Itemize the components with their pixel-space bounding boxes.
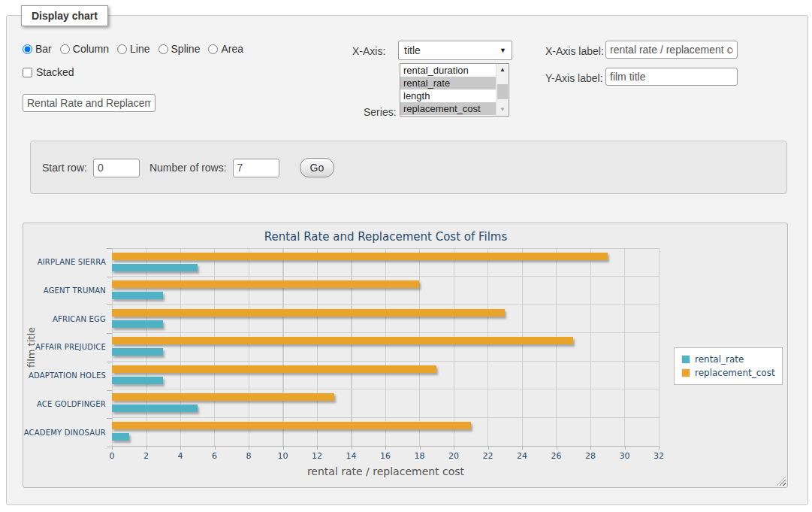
- x-tick-mark: [659, 447, 660, 450]
- chart-type-option-spline[interactable]: Spline: [158, 43, 201, 55]
- scroll-up-icon[interactable]: ▲: [497, 64, 509, 76]
- number-of-rows-input[interactable]: [233, 159, 279, 177]
- radio-spline[interactable]: [158, 44, 168, 54]
- stacked-row: Stacked: [23, 66, 74, 78]
- x-tick-label: 10: [268, 451, 298, 461]
- x-tick-mark: [112, 447, 113, 450]
- legend-item-replacement_cost[interactable]: replacement_cost: [681, 366, 775, 380]
- legend-label-replacement_cost: replacement_cost: [695, 368, 775, 378]
- x-tick-mark: [420, 447, 421, 450]
- rental_rate-bar: [112, 377, 163, 384]
- go-button[interactable]: Go: [300, 158, 335, 177]
- x-tick-mark: [522, 447, 523, 450]
- legend-label-rental_rate: rental_rate: [695, 354, 744, 365]
- stacked-label: Stacked: [36, 66, 74, 78]
- scrollbar-thumb[interactable]: [497, 84, 508, 99]
- x-axis-title: rental rate / replacement cost: [112, 465, 660, 477]
- chart-title: Rental Rate and Replacement Cost of Film…: [112, 230, 660, 244]
- category-row: [112, 305, 660, 333]
- y-axis-label-input[interactable]: [605, 68, 738, 86]
- y-tick-mark: [107, 418, 112, 419]
- legend-item-rental_rate[interactable]: rental_rate: [681, 353, 775, 366]
- radio-label-column: Column: [73, 43, 109, 55]
- x-tick-label: 22: [473, 451, 503, 461]
- x-tick-label: 14: [337, 451, 367, 461]
- chart-type-radio-group: BarColumnLineSplineArea: [23, 43, 252, 55]
- dropdown-arrow-icon: ▼: [500, 47, 506, 54]
- y-axis-title: film title: [26, 327, 37, 368]
- y-tick-mark: [107, 248, 112, 249]
- rental_rate-bar: [112, 433, 129, 441]
- chart-type-option-bar[interactable]: Bar: [23, 43, 52, 55]
- series-option-length[interactable]: length: [400, 89, 509, 102]
- legend-swatch-replacement_cost: [681, 368, 690, 377]
- category-label: ACADEMY DINOSAUR: [23, 418, 106, 447]
- x-axis-select[interactable]: title ▼: [398, 41, 512, 60]
- x-tick-mark: [385, 447, 386, 450]
- series-scrollbar[interactable]: ▲ ▼: [496, 64, 509, 116]
- radio-line[interactable]: [117, 44, 127, 54]
- x-tick-label: 30: [610, 451, 640, 461]
- x-axis-caption: X-Axis:: [352, 45, 385, 57]
- replacement_cost-bar: [112, 253, 608, 260]
- chart-title-input[interactable]: [23, 94, 155, 112]
- x-tick-mark: [590, 447, 591, 450]
- series-listbox[interactable]: rental_durationrental_ratelengthreplacem…: [400, 63, 509, 117]
- start-row-input[interactable]: [93, 159, 140, 177]
- category-row: [112, 418, 660, 446]
- series-caption: Series:: [364, 106, 397, 118]
- number-of-rows-label: Number of rows:: [149, 162, 227, 174]
- x-tick-mark: [352, 447, 352, 450]
- radio-column[interactable]: [60, 44, 70, 54]
- y-tick-mark: [107, 390, 112, 391]
- rental_rate-bar: [112, 264, 198, 271]
- chart-type-option-column[interactable]: Column: [60, 43, 109, 55]
- x-tick-label: 20: [439, 451, 469, 461]
- y-tick-mark: [107, 447, 112, 447]
- replacement_cost-bar: [112, 365, 436, 373]
- radio-label-bar: Bar: [35, 43, 52, 55]
- x-tick-label: 2: [131, 451, 161, 461]
- x-tick-label: 18: [405, 451, 435, 461]
- x-axis-label-input[interactable]: [605, 41, 738, 59]
- radio-bar[interactable]: [23, 44, 32, 54]
- chart-legend: rental_ratereplacement_cost: [674, 347, 783, 385]
- x-tick-mark: [215, 447, 216, 450]
- rental_rate-bar: [112, 404, 198, 412]
- y-axis-ticks: [107, 248, 112, 447]
- x-tick-label: 4: [165, 451, 195, 461]
- chart-type-option-area[interactable]: Area: [208, 43, 243, 55]
- x-tick-label: 8: [234, 451, 264, 461]
- rental_rate-bar: [112, 320, 163, 328]
- y-tick-mark: [107, 333, 112, 334]
- series-option-rental_duration[interactable]: rental_duration: [400, 64, 509, 77]
- stacked-checkbox[interactable]: [23, 68, 32, 77]
- category-label: ACE GOLDFINGER: [23, 390, 106, 419]
- x-tick-mark: [557, 447, 557, 450]
- series-option-rental_rate[interactable]: rental_rate: [400, 77, 509, 89]
- x-tick-label: 12: [302, 451, 332, 461]
- row-range-controls: Start row: Number of rows: Go: [42, 158, 334, 177]
- category-row: [112, 389, 660, 417]
- rental_rate-bar: [112, 348, 163, 356]
- start-row-label: Start row:: [42, 162, 87, 174]
- y-tick-mark: [107, 277, 112, 277]
- category-label: AIRPLANE SIERRA: [23, 248, 106, 277]
- row-range-panel: Start row: Number of rows: Go: [30, 141, 787, 194]
- y-tick-mark: [107, 362, 112, 362]
- x-tick-label: 0: [97, 451, 127, 461]
- fieldset-legend: Display chart: [21, 5, 108, 26]
- series-options: rental_durationrental_ratelengthreplacem…: [400, 64, 509, 115]
- x-tick-mark: [625, 447, 626, 450]
- scroll-down-icon[interactable]: ▼: [497, 104, 509, 116]
- radio-area[interactable]: [208, 44, 218, 54]
- x-tick-label: 24: [507, 451, 537, 461]
- x-tick-mark: [180, 447, 181, 450]
- replacement_cost-bar: [112, 337, 573, 344]
- x-tick-mark: [454, 447, 454, 450]
- resize-grip-icon[interactable]: [777, 477, 786, 486]
- series-option-replacement_cost[interactable]: replacement_cost: [400, 102, 509, 115]
- chart-type-option-line[interactable]: Line: [117, 43, 149, 55]
- x-tick-mark: [283, 447, 284, 450]
- x-tick-mark: [488, 447, 489, 450]
